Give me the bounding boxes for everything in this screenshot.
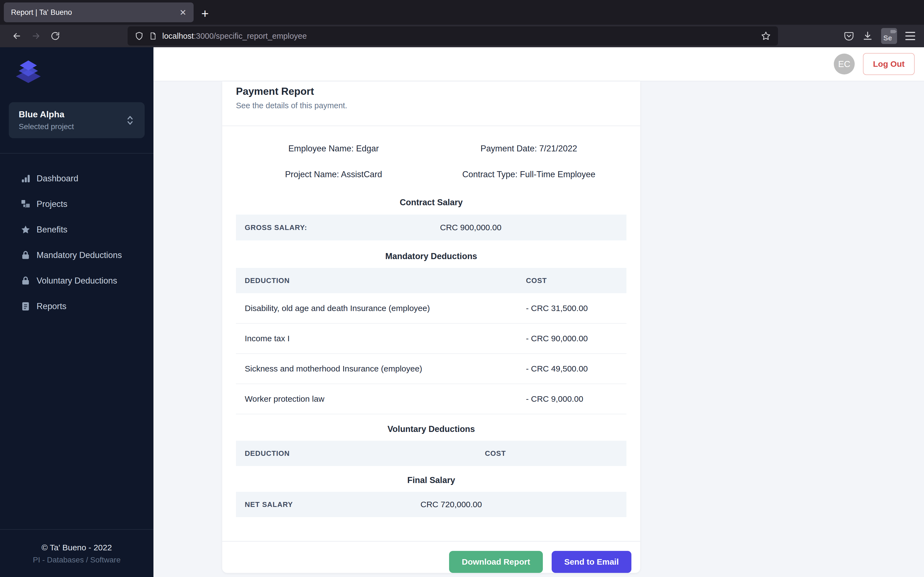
new-tab-button[interactable]: + xyxy=(201,7,209,20)
card-footer-actions: Download Report Send to Email xyxy=(222,541,640,573)
card-header: Payment Report See the details of this p… xyxy=(222,81,640,110)
sidebar-item-reports[interactable]: Reports xyxy=(21,293,153,319)
gross-salary-row: GROSS SALARY: CRC 900,000.00 xyxy=(236,214,627,240)
section-title-voluntary-deductions: Voluntary Deductions xyxy=(236,424,627,434)
url-domain: localhost xyxy=(162,32,194,40)
sitemap-icon xyxy=(21,199,31,209)
tab-title: Report | Ta' Bueno xyxy=(11,8,72,17)
url-bar[interactable]: localhost:3000/specific_report_employee xyxy=(128,26,778,46)
section-title-mandatory-deductions: Mandatory Deductions xyxy=(236,251,627,261)
bookmark-star-icon[interactable] xyxy=(761,31,771,41)
final-salary-table: NET SALARY CRC 720,000.00 xyxy=(236,492,627,517)
voluntary-deductions-table: DEDUCTION COST xyxy=(236,441,627,466)
detail-contract-type: Contract Type: Full-Time Employee xyxy=(431,169,627,179)
payment-details-grid: Employee Name: Edgar Payment Date: 7/21/… xyxy=(236,144,627,179)
sidebar-footer: © Ta' Bueno - 2022 PI - Databases / Soft… xyxy=(0,529,153,577)
url-text: localhost:3000/specific_report_employee xyxy=(162,32,307,41)
sidebar-item-benefits[interactable]: Benefits xyxy=(21,217,153,242)
page-title: Payment Report xyxy=(236,85,627,98)
browser-toolbar: localhost:3000/specific_report_employee … xyxy=(0,25,924,47)
detail-employee-name: Employee Name: Edgar xyxy=(236,144,431,153)
deduction-name: Sickness and motherhood Insurance (emplo… xyxy=(236,354,517,384)
section-title-contract-salary: Contract Salary xyxy=(236,198,627,208)
sidebar-item-label: Projects xyxy=(37,199,67,209)
sidebar-item-projects[interactable]: Projects xyxy=(21,191,153,217)
deduction-name: Worker protection law xyxy=(236,384,517,414)
detail-project-name: Project Name: AssistCard xyxy=(236,169,431,179)
logout-button[interactable]: Log Out xyxy=(863,53,915,75)
chevron-up-down-icon xyxy=(126,115,134,126)
app-root: Blue Alpha Selected project Dashboard Pr… xyxy=(0,47,924,577)
app-logo-layers-icon xyxy=(13,60,153,89)
deduction-cost: - CRC 9,000.00 xyxy=(517,384,627,414)
sidebar-item-label: Voluntary Deductions xyxy=(37,276,117,286)
shield-permissions-icon xyxy=(135,31,144,41)
selenium-extension-icon[interactable]: Se xyxy=(881,28,897,44)
sidebar-item-dashboard[interactable]: Dashboard xyxy=(21,166,153,191)
menu-hamburger-icon[interactable] xyxy=(905,32,915,40)
project-selector[interactable]: Blue Alpha Selected project xyxy=(9,102,145,138)
sidebar: Blue Alpha Selected project Dashboard Pr… xyxy=(0,47,153,577)
project-name: Blue Alpha xyxy=(19,110,135,119)
forward-button[interactable] xyxy=(26,26,46,46)
bar-chart-icon xyxy=(21,174,31,184)
deduction-name: Disability, old age and death Insurance … xyxy=(236,293,517,323)
mandatory-deductions-table: DEDUCTION COST Disability, old age and d… xyxy=(236,268,627,414)
main-area: EC Log Out Payment Report See the detail… xyxy=(153,47,924,577)
project-subtitle: Selected project xyxy=(19,122,135,131)
table-header-row: DEDUCTION COST xyxy=(236,268,627,293)
deduction-cost: - CRC 49,500.00 xyxy=(517,354,627,384)
gross-salary-label: GROSS SALARY: xyxy=(236,214,431,240)
tab-close-icon[interactable]: ✕ xyxy=(179,8,186,17)
table-header-row: DEDUCTION COST xyxy=(236,441,627,466)
send-to-email-button[interactable]: Send to Email xyxy=(552,551,632,573)
lock-icon xyxy=(21,250,31,260)
section-title-final-salary: Final Salary xyxy=(236,475,627,485)
card-body: Employee Name: Edgar Payment Date: 7/21/… xyxy=(222,126,640,517)
star-icon xyxy=(21,225,31,235)
table-row: Disability, old age and death Insurance … xyxy=(236,293,627,323)
download-report-button[interactable]: Download Report xyxy=(449,551,543,573)
browser-tab[interactable]: Report | Ta' Bueno ✕ xyxy=(4,2,194,22)
footer-subtitle: PI - Databases / Software xyxy=(3,556,151,564)
content-area: Payment Report See the details of this p… xyxy=(153,81,924,577)
back-arrow-icon xyxy=(12,31,22,41)
gross-salary-value: CRC 900,000.00 xyxy=(431,214,627,240)
pocket-icon[interactable] xyxy=(844,31,854,42)
avatar[interactable]: EC xyxy=(834,53,855,74)
deduction-name: Income tax I xyxy=(236,323,517,354)
se-badge-text: Se xyxy=(883,34,892,42)
table-row: Sickness and motherhood Insurance (emplo… xyxy=(236,354,627,384)
net-salary-row: NET SALARY CRC 720,000.00 xyxy=(236,492,627,517)
sidebar-item-label: Dashboard xyxy=(37,174,78,184)
net-salary-value: CRC 720,000.00 xyxy=(412,492,627,517)
se-camera-glyph xyxy=(890,30,895,33)
lock-icon xyxy=(21,276,31,286)
net-salary-label: NET SALARY xyxy=(236,492,412,517)
column-header-cost: COST xyxy=(476,441,627,466)
tab-bar: Report | Ta' Bueno ✕ + xyxy=(0,0,924,25)
sidebar-item-voluntary-deductions[interactable]: Voluntary Deductions xyxy=(21,268,153,293)
avatar-initials: EC xyxy=(838,59,850,69)
detail-payment-date: Payment Date: 7/21/2022 xyxy=(431,144,627,153)
sidebar-item-label: Mandatory Deductions xyxy=(37,250,122,260)
payment-report-card: Payment Report See the details of this p… xyxy=(222,81,640,573)
downloads-icon[interactable] xyxy=(863,31,873,42)
deduction-cost: - CRC 90,000.00 xyxy=(517,323,627,354)
sidebar-menu: Dashboard Projects Benefits Mandatory De… xyxy=(0,153,153,319)
page-subtitle: See the details of this payment. xyxy=(236,101,627,110)
toolbar-right-icons: Se xyxy=(844,28,917,44)
sidebar-item-mandatory-deductions[interactable]: Mandatory Deductions xyxy=(21,242,153,268)
table-row: Income tax I - CRC 90,000.00 xyxy=(236,323,627,354)
forward-arrow-icon xyxy=(31,31,41,41)
table-row: Worker protection law - CRC 9,000.00 xyxy=(236,384,627,414)
deduction-cost: - CRC 31,500.00 xyxy=(517,293,627,323)
contract-salary-table: GROSS SALARY: CRC 900,000.00 xyxy=(236,214,627,240)
sidebar-item-label: Benefits xyxy=(37,225,67,235)
reload-button[interactable] xyxy=(46,26,65,46)
column-header-deduction: DEDUCTION xyxy=(236,268,517,293)
url-path: :3000/specific_report_employee xyxy=(194,32,307,40)
document-report-icon xyxy=(21,301,31,311)
back-button[interactable] xyxy=(7,26,26,46)
column-header-cost: COST xyxy=(517,268,627,293)
